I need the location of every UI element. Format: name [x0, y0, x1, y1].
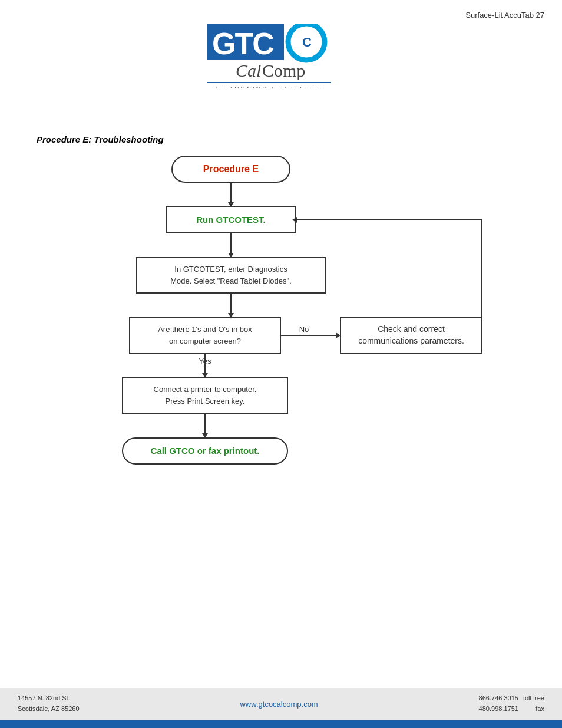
footer-address: 14557 N. 82nd St. Scottsdale, AZ 85260 — [18, 693, 80, 714]
svg-text:Mode.  Select "Read Tablet Dio: Mode. Select "Read Tablet Diodes". — [170, 276, 292, 285]
svg-rect-17 — [137, 258, 325, 293]
svg-text:Press Print Screen key.: Press Print Screen key. — [166, 397, 245, 406]
procedure-title: Procedure E: Troubleshooting — [37, 134, 164, 144]
svg-text:Procedure E: Procedure E — [203, 164, 259, 174]
svg-marker-41 — [202, 433, 208, 438]
footer: 14557 N. 82nd St. Scottsdale, AZ 85260 w… — [0, 688, 562, 728]
svg-text:Run GTCOTEST.: Run GTCOTEST. — [196, 215, 266, 225]
svg-marker-26 — [336, 332, 340, 338]
svg-text:GTC: GTC — [212, 27, 274, 61]
footer-blue-bar — [0, 720, 562, 728]
logo-area: GTC C Cal Comp by TURNING technologies — [193, 24, 369, 88]
svg-text:Connect a printer to computer.: Connect a printer to computer. — [154, 385, 257, 394]
footer-website: www.gtcocalcomp.com — [240, 700, 318, 709]
svg-rect-28 — [340, 318, 482, 353]
svg-text:In GTCOTEST, enter Diagnostics: In GTCOTEST, enter Diagnostics — [174, 265, 287, 274]
svg-marker-21 — [228, 313, 234, 318]
svg-marker-12 — [228, 202, 234, 207]
svg-text:Are there 1's and O's in box: Are there 1's and O's in box — [158, 325, 252, 334]
footer-contact: 866.746.3015 toll free 480.998.1751 fax — [479, 693, 544, 714]
flowchart: Procedure E Run GTCOTEST. In GTCOTEST, e… — [37, 150, 531, 480]
page-header: Surface-Lit AccuTab 27 — [465, 11, 544, 19]
footer-gray-bar: 14557 N. 82nd St. Scottsdale, AZ 85260 w… — [0, 688, 562, 720]
svg-text:communications parameters.: communications parameters. — [358, 336, 464, 345]
svg-text:Cal: Cal — [236, 61, 261, 80]
svg-rect-37 — [123, 378, 287, 413]
svg-text:Check and correct: Check and correct — [378, 324, 445, 334]
svg-text:C: C — [302, 35, 312, 50]
svg-marker-36 — [202, 373, 208, 378]
svg-rect-22 — [130, 318, 280, 353]
logo-svg: GTC C Cal Comp by TURNING technologies — [196, 24, 366, 88]
header-title: Surface-Lit AccuTab 27 — [465, 11, 544, 19]
svg-marker-16 — [228, 253, 234, 258]
flowchart-svg: Procedure E Run GTCOTEST. In GTCOTEST, e… — [37, 150, 531, 480]
svg-text:on computer screen?: on computer screen? — [169, 337, 241, 345]
svg-text:Comp: Comp — [262, 61, 305, 80]
svg-text:No: No — [299, 325, 309, 334]
svg-text:by TURNING technologies: by TURNING technologies — [216, 86, 326, 88]
svg-text:Call GTCO or fax printout.: Call GTCO or fax printout. — [150, 446, 259, 456]
